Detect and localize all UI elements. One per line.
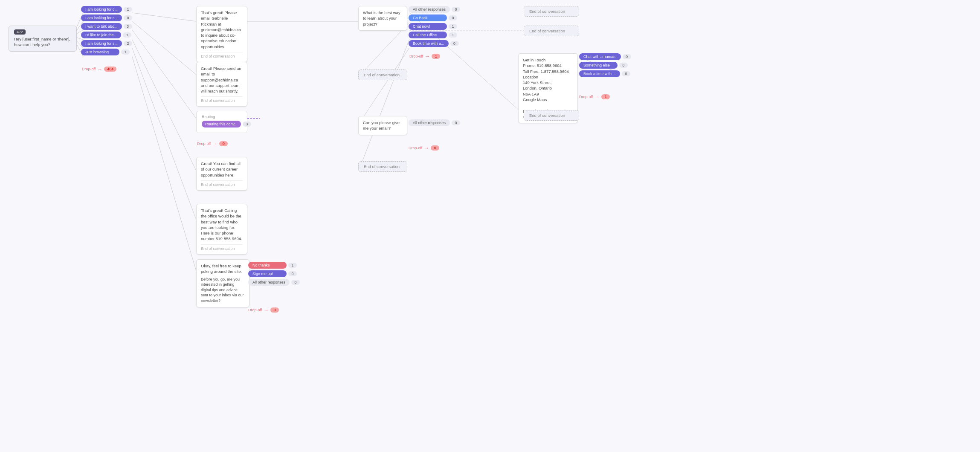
start-badge: 472 xyxy=(14,29,26,35)
option-btn-1[interactable]: I am looking for c... xyxy=(81,6,122,13)
routing-node: Routing Routing this conv... 3 xyxy=(196,111,247,133)
all-other-2-option[interactable]: All other responses 0 xyxy=(409,6,460,13)
all-other-2-count: 0 xyxy=(452,7,460,12)
no-thanks-count: 1 xyxy=(288,263,297,268)
all-other-3-option[interactable]: All other responses 0 xyxy=(409,119,460,126)
msg-career: Great! You can find all of our current c… xyxy=(196,157,247,191)
no-thanks-option[interactable]: No thanks 1 xyxy=(248,262,300,269)
end-conv-2-text: End of conversation xyxy=(364,72,400,77)
end-conv-2: End of conversation xyxy=(358,70,407,80)
call-office-btn[interactable]: Call the Office xyxy=(409,32,447,38)
all-other-5-btn[interactable]: All other responses xyxy=(248,279,290,286)
chat-human-option[interactable]: Chat with a human. 0 xyxy=(579,53,631,60)
dropoff-5-label: Drop-off xyxy=(248,308,262,312)
dropoff-5-arrow: → xyxy=(264,307,269,313)
msg-browsing: Okay, feel free to keep poking around th… xyxy=(196,259,249,307)
svg-line-9 xyxy=(132,40,196,171)
newsletter-options: No thanks 1 Sign me up! 0 All other resp… xyxy=(248,262,300,287)
dropoff-1-value: 464 xyxy=(104,67,116,72)
book-time2-option[interactable]: Book a time with ... 0 xyxy=(579,70,631,77)
end-conv-1-text: End of conversation xyxy=(529,9,565,14)
book-time-count: 0 xyxy=(450,41,459,46)
all-other-3-count: 0 xyxy=(452,120,460,125)
msg-newsletter-text: Before you go, are you interested in get… xyxy=(201,277,245,304)
routing-option[interactable]: Routing this conv... 3 xyxy=(202,121,242,127)
chat-human-btn[interactable]: Chat with a human. xyxy=(579,53,621,60)
msg-career-end: End of conversation xyxy=(201,180,243,187)
sign-up-btn[interactable]: Sign me up! xyxy=(248,270,287,277)
dropoff-3: Drop-off → 1 xyxy=(409,53,440,59)
option-item-5[interactable]: I am looking for s... 2 xyxy=(81,40,132,47)
svg-line-7 xyxy=(132,21,196,75)
option-count-3: 3 xyxy=(124,24,132,29)
option-btn-6[interactable]: Just browsing xyxy=(81,49,119,55)
go-back-count: 0 xyxy=(449,15,457,20)
option-item-3[interactable]: I want to talk abo... 3 xyxy=(81,23,132,30)
all-other-5-option[interactable]: All other responses 0 xyxy=(248,279,300,286)
go-back-option[interactable]: Go Back 0 xyxy=(409,14,460,21)
end-conv-1: End of conversation xyxy=(524,6,579,17)
msg-support: Great! Please send an email to support@e… xyxy=(196,62,247,107)
connection-lines xyxy=(0,0,980,452)
msg-coop-end: End of conversation xyxy=(201,52,243,58)
all-other-3-btn[interactable]: All other responses xyxy=(409,119,450,126)
dropoff-routing-arrow: → xyxy=(212,141,217,147)
option-count-1: 1 xyxy=(124,7,132,12)
svg-line-18 xyxy=(360,48,409,122)
start-node: 472 Hey [user:first_name or 'there'], ho… xyxy=(9,26,77,52)
something-else-btn[interactable]: Something else xyxy=(579,62,618,69)
q2-node: What is the best way to learn about your… xyxy=(358,6,407,31)
chat-now-option[interactable]: Chat now! 1 xyxy=(409,23,460,30)
option-count-2: 0 xyxy=(124,15,132,20)
routing-count: 3 xyxy=(243,122,251,127)
dropoff-3-arrow: → xyxy=(425,53,430,59)
options-group-1: I am looking for c... 1 I am looking for… xyxy=(81,6,132,57)
dropoff-4-label: Drop-off xyxy=(409,146,422,150)
msg-support-text: Great! Please send an email to support@e… xyxy=(201,66,243,94)
book-time2-btn[interactable]: Book a time with ... xyxy=(579,70,620,77)
msg-career-text: Great! You can find all of our current c… xyxy=(201,161,243,178)
option-count-4: 1 xyxy=(123,32,131,38)
msg-browsing-text: Okay, feel free to keep poking around th… xyxy=(201,263,245,275)
sign-up-option[interactable]: Sign me up! 0 xyxy=(248,270,300,277)
start-text: Hey [user:first_name or 'there'], how ca… xyxy=(14,36,71,48)
all-other-5-count: 0 xyxy=(291,280,300,285)
option-btn-2[interactable]: I am looking for s... xyxy=(81,14,122,21)
dropoff-5: Drop-off → 0 xyxy=(248,307,279,313)
no-thanks-btn[interactable]: No thanks xyxy=(248,262,287,269)
svg-line-17 xyxy=(360,39,409,166)
dropoff-4-value: 0 xyxy=(431,145,439,151)
end-conv-3-text: End of conversation xyxy=(364,164,400,169)
book-time-btn[interactable]: Book time with a... xyxy=(409,40,449,47)
end-conv-5-text: End of conversation xyxy=(529,113,565,118)
end-conv-4-text: End of conversation xyxy=(529,29,565,33)
option-btn-5[interactable]: I am looking for s... xyxy=(81,40,122,47)
option-btn-4[interactable]: I'd like to join the... xyxy=(81,32,121,38)
dropoff-1-label: Drop-off xyxy=(82,67,96,71)
call-office-option[interactable]: Call the Office 1 xyxy=(409,32,460,38)
option-item-6[interactable]: Just browsing 1 xyxy=(81,49,132,55)
dropoff-routing-value: 0 xyxy=(219,141,228,146)
dropoff-6: Drop-off → 1 xyxy=(579,94,610,100)
routing-btn[interactable]: Routing this conv... xyxy=(202,121,241,127)
book-time-option[interactable]: Book time with a... 0 xyxy=(409,40,460,47)
flow-canvas: 472 Hey [user:first_name or 'there'], ho… xyxy=(0,0,980,452)
all-other-2-btn[interactable]: All other responses xyxy=(409,6,450,13)
option-item-4[interactable]: I'd like to join the... 1 xyxy=(81,32,132,38)
sign-up-count: 0 xyxy=(288,271,297,276)
book-time2-count: 0 xyxy=(622,71,630,76)
go-back-btn[interactable]: Go Back xyxy=(409,14,447,21)
option-item-1[interactable]: I am looking for c... 1 xyxy=(81,6,132,13)
svg-line-10 xyxy=(132,48,196,220)
call-office-count: 1 xyxy=(449,32,457,38)
svg-line-6 xyxy=(132,13,196,21)
svg-line-11 xyxy=(132,57,196,271)
end-conv-5: End of conversation xyxy=(524,110,579,121)
chat-now-btn[interactable]: Chat now! xyxy=(409,23,447,30)
option-btn-3[interactable]: I want to talk abo... xyxy=(81,23,122,30)
dropoff-4: Drop-off → 0 xyxy=(409,145,439,151)
something-else-option[interactable]: Something else 0 xyxy=(579,62,631,69)
chat-human-count: 0 xyxy=(623,54,631,59)
option-count-5: 2 xyxy=(124,41,132,46)
option-item-2[interactable]: I am looking for s... 0 xyxy=(81,14,132,21)
